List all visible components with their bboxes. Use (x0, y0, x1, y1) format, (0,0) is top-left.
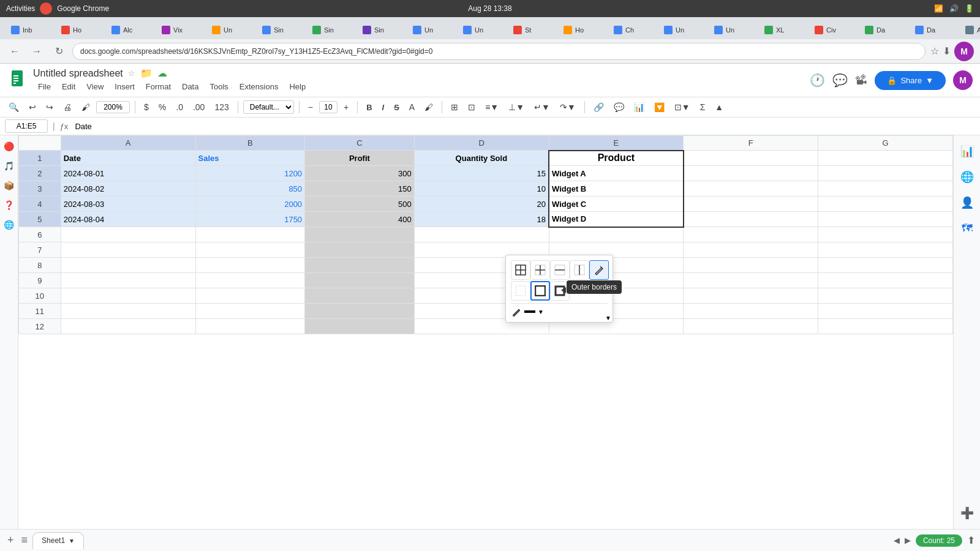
cell-F9[interactable] (684, 273, 818, 288)
cell-A4[interactable]: 2024-08-03 (61, 197, 195, 212)
borders-button[interactable]: ⊞ (447, 100, 462, 114)
folder-icon[interactable]: 📁 (140, 67, 153, 79)
col-header-C[interactable]: C (305, 136, 415, 151)
cell-A9[interactable] (61, 273, 195, 288)
cell-A11[interactable] (61, 304, 195, 319)
tab-un1[interactable]: Un (206, 21, 255, 39)
filter-button[interactable]: 🔽 (650, 100, 668, 114)
menu-extensions[interactable]: Extensions (235, 80, 284, 93)
wrap-button[interactable]: ↵▼ (530, 100, 554, 114)
tab-un2[interactable]: Un (407, 21, 456, 39)
star-icon[interactable]: ☆ (128, 69, 135, 78)
cell-E4[interactable]: Widget C (549, 197, 684, 212)
cell-C6[interactable] (305, 227, 415, 242)
undo-button[interactable]: ↩ (25, 100, 40, 114)
cell-B12[interactable] (195, 319, 305, 334)
currency-button[interactable]: $ (140, 100, 153, 114)
tab-inb[interactable]: Inb (5, 21, 54, 39)
forward-button[interactable]: → (28, 43, 45, 60)
cell-C3[interactable]: 150 (305, 181, 415, 197)
tab-un5[interactable]: Un (708, 21, 757, 39)
cell-C1[interactable]: Profit (305, 151, 415, 166)
cell-C10[interactable] (305, 288, 415, 304)
tab-un3[interactable]: Un (457, 21, 506, 39)
cell-C9[interactable] (305, 273, 415, 288)
right-panel-person-icon[interactable]: 👤 (956, 192, 978, 214)
sheet-tab-arrow[interactable]: ▼ (69, 538, 75, 544)
cell-F8[interactable] (684, 258, 818, 273)
sheet-list-button[interactable]: ≡ (19, 531, 31, 549)
cell-G6[interactable] (818, 227, 953, 242)
scroll-right-icon[interactable]: ▶ (905, 536, 911, 545)
horizontal-borders-button[interactable] (550, 260, 570, 280)
cell-B6[interactable] (195, 227, 305, 242)
menu-help[interactable]: Help (284, 80, 311, 93)
tab-al[interactable]: Al (959, 21, 980, 39)
italic-button[interactable]: I (379, 101, 388, 114)
row-header-5[interactable]: 5 (19, 212, 61, 227)
search-button[interactable]: 🔍 (5, 100, 23, 114)
tab-st[interactable]: St (507, 21, 556, 39)
sheet-tab-sheet1[interactable]: Sheet1 ▼ (32, 532, 84, 549)
font-size-increase-button[interactable]: + (340, 100, 352, 114)
valign-button[interactable]: ⊥▼ (505, 100, 528, 114)
menu-format[interactable]: Format (141, 80, 176, 93)
menu-data[interactable]: Data (177, 80, 203, 93)
decimal-decrease-button[interactable]: .0 (172, 100, 187, 114)
cell-E6[interactable] (549, 227, 684, 242)
cell-C8[interactable] (305, 258, 415, 273)
comment-btn[interactable]: 💬 (610, 100, 628, 114)
sidebar-icon-5[interactable]: 🌐 (1, 216, 18, 233)
cell-F5[interactable] (684, 212, 818, 227)
font-size-input[interactable]: 10 (319, 101, 337, 113)
cell-A7[interactable] (61, 242, 195, 258)
cell-G5[interactable] (818, 212, 953, 227)
menu-edit[interactable]: Edit (57, 80, 80, 93)
cell-E1[interactable]: Product (549, 151, 684, 166)
formula-input[interactable]: Date (73, 120, 975, 133)
row-header-8[interactable]: 8 (19, 258, 61, 273)
cell-F1[interactable] (684, 151, 818, 166)
cloud-icon[interactable]: ☁ (157, 67, 167, 79)
cell-G2[interactable] (818, 166, 953, 181)
function-button[interactable]: Σ (696, 100, 709, 114)
merge-button[interactable]: ⊡ (464, 100, 479, 114)
cell-C12[interactable] (305, 319, 415, 334)
col-header-F[interactable]: F (684, 136, 818, 151)
history-icon[interactable]: 🕐 (810, 73, 825, 88)
menu-view[interactable]: View (81, 80, 108, 93)
more-filters-button[interactable]: ⊡▼ (671, 100, 694, 114)
right-panel-explore-icon[interactable]: 🌐 (956, 166, 978, 188)
all-borders-button[interactable] (511, 260, 530, 280)
collapse-button[interactable]: ▲ (711, 100, 727, 114)
chart-button[interactable]: 📊 (630, 100, 648, 114)
col-header-E[interactable]: E (549, 136, 684, 151)
vertical-borders-button[interactable] (570, 260, 589, 280)
cell-A10[interactable] (61, 288, 195, 304)
cell-A3[interactable]: 2024-08-02 (61, 181, 195, 197)
cell-G8[interactable] (818, 258, 953, 273)
cell-G1[interactable] (818, 151, 953, 166)
row-header-7[interactable]: 7 (19, 242, 61, 258)
format-123-button[interactable]: 123 (211, 100, 232, 114)
cell-A6[interactable] (61, 227, 195, 242)
cell-B2[interactable]: 1200 (195, 166, 305, 181)
border-color-swatch[interactable] (524, 310, 535, 313)
reload-button[interactable]: ↻ (50, 43, 67, 60)
cell-D4[interactable]: 20 (414, 197, 549, 212)
border-color-arrow[interactable]: ▼ (538, 309, 544, 315)
cell-B7[interactable] (195, 242, 305, 258)
cell-B10[interactable] (195, 288, 305, 304)
menu-file[interactable]: File (33, 80, 56, 93)
tab-xl[interactable]: XL (758, 21, 807, 39)
cell-F2[interactable] (684, 166, 818, 181)
add-sheet-button[interactable]: + (5, 531, 17, 549)
cell-B8[interactable] (195, 258, 305, 273)
profile-avatar[interactable]: M (954, 42, 974, 61)
cell-G10[interactable] (818, 288, 953, 304)
tab-civ[interactable]: Civ (809, 21, 858, 39)
print-button[interactable]: 🖨 (59, 100, 75, 114)
cell-C2[interactable]: 300 (305, 166, 415, 181)
cell-C7[interactable] (305, 242, 415, 258)
menu-tools[interactable]: Tools (205, 80, 233, 93)
